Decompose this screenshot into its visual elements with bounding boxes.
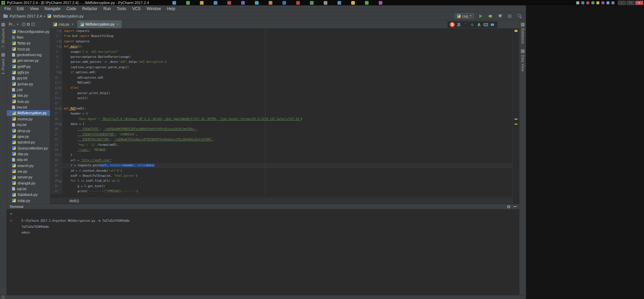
code-line[interactable]: 10 md5=options.md5 — [50, 75, 513, 80]
editor-gutter[interactable]: 24 — [50, 147, 62, 153]
hide-panel-icon[interactable] — [514, 206, 517, 207]
code-line[interactable]: 19− data = { — [50, 122, 513, 127]
active-window-title[interactable]: PyCharm 2017.2.4 - [E:\PyCharm 2017.2.4]… — [7, 1, 149, 5]
fold-minus-icon[interactable]: − — [59, 87, 61, 89]
fold-marker[interactable] — [58, 97, 62, 99]
project-view-selector[interactable]: Pr... — [9, 22, 15, 26]
project-file-row[interactable]: sql.txt — [7, 186, 50, 191]
editor-gutter[interactable]: 9− — [50, 70, 62, 75]
project-file-row[interactable]: low.txt — [7, 104, 50, 110]
tray-icon[interactable] — [581, 1, 584, 4]
profiler-button[interactable] — [507, 13, 513, 19]
fold-minus-icon[interactable]: − — [59, 40, 61, 43]
taskbar-app-icon[interactable] — [227, 1, 231, 5]
editor-gutter[interactable]: 14 — [50, 96, 62, 101]
project-file-row[interactable]: ipchax.py — [7, 81, 50, 87]
fold-minus-icon[interactable]: − — [59, 45, 61, 48]
tray-icon[interactable] — [611, 1, 614, 4]
code-text[interactable]: parser=optparse.OptionParser(usage) — [62, 54, 513, 59]
editor-gutter[interactable]: 7 — [50, 59, 62, 65]
tool-strip-button[interactable]: Database — [520, 20, 526, 47]
close-button[interactable]: × — [635, 1, 643, 5]
code-line[interactable]: 17 header = { — [50, 111, 513, 116]
tool-strip-button[interactable]: 1: Project — [0, 50, 6, 77]
editor-gutter[interactable]: 4− — [50, 44, 62, 49]
code-line[interactable]: 29 esdf = BeautifulSoup(sd, 'html.parser… — [50, 173, 513, 178]
code-line[interactable]: 7 parser.add_option('-m',dest='md5',help… — [50, 59, 513, 65]
code-line[interactable]: 6 parser=optparse.OptionParser(usage) — [50, 54, 513, 59]
tool-strip-button[interactable]: Data View — [520, 47, 526, 74]
code-text[interactable]: md5=options.md5 — [62, 75, 513, 80]
project-file-row[interactable]: kkk.py — [7, 93, 50, 98]
project-file-row[interactable]: Querycollection.py — [7, 145, 50, 151]
menu-item-tools[interactable]: Tools — [114, 5, 129, 12]
fold-marker[interactable]: − — [58, 71, 62, 74]
tray-icon[interactable] — [601, 1, 604, 4]
code-line[interactable]: 22 '__EVENTVALIDATION': '/wEWAwK75ZuyDwL… — [50, 137, 513, 142]
project-file-row[interactable]: qpw.py — [7, 133, 50, 139]
new-session-icon[interactable]: + — [10, 212, 12, 216]
close-session-icon[interactable]: × — [10, 219, 12, 223]
code-line[interactable]: 24 'jiemi': 'MD5解密' — [50, 147, 513, 153]
code-line[interactable]: 14 exit() — [50, 96, 513, 101]
run-button[interactable] — [478, 13, 484, 19]
sogou-logo-icon[interactable]: S — [450, 22, 455, 27]
code-line[interactable]: 18 'User-Agent': 'Mozilla/5.0 (Windows N… — [50, 117, 513, 122]
taskbar-app-icon[interactable] — [186, 1, 190, 5]
code-text[interactable]: '__VIEWSTATE': '/wEPDwUKMTM4NTE3OTkzOWRk… — [62, 127, 513, 132]
editor-gutter[interactable]: 28 — [50, 168, 62, 173]
code-text[interactable]: usage="[-m md5 decryption]" — [62, 49, 513, 54]
editor-gutter[interactable]: 26 — [50, 158, 62, 163]
code-text[interactable]: '__VIEWSTATEGENERATOR': 'CA0B0334', — [62, 132, 513, 137]
taskbar-app-icon[interactable] — [379, 1, 382, 5]
project-file-row[interactable]: Sqlattack.py — [7, 192, 50, 198]
taskbar-app-icon[interactable] — [351, 1, 355, 5]
tray-icon[interactable] — [576, 1, 579, 4]
code-line[interactable]: 13 parser.print_help() — [50, 91, 513, 96]
editor-gutter[interactable]: 29 — [50, 173, 62, 178]
code-line[interactable]: 8 (options,args)=parser.parse_args() — [50, 65, 513, 70]
editor-gutter[interactable]: 12− — [50, 85, 62, 90]
start-button[interactable] — [1, 1, 5, 5]
fold-minus-icon[interactable]: − — [59, 30, 61, 32]
search-everywhere-button[interactable] — [517, 13, 523, 19]
taskbar-app-icon[interactable] — [255, 1, 259, 5]
code-line[interactable]: 23 'key': '{}'.format(md5), — [50, 142, 513, 147]
maximize-button[interactable]: □ — [627, 1, 635, 5]
code-text[interactable]: sd = r.content.decode('utf-8') — [62, 168, 513, 173]
fold-marker[interactable]: − — [58, 123, 62, 125]
editor-gutter[interactable]: 18 — [50, 117, 62, 122]
settings-gear-icon[interactable] — [27, 23, 30, 26]
project-file-row[interactable]: shangdi.py — [7, 180, 50, 186]
code-text[interactable]: url = "http://pmd5.com/" — [62, 158, 513, 163]
editor-gutter[interactable]: 31 — [50, 184, 62, 189]
code-line[interactable]: 5 usage="[-m md5 decryption]" — [50, 49, 513, 54]
breadcrumb-file[interactable]: Md5decryption.py — [53, 14, 84, 18]
editor-tab[interactable]: Md5decryption.py× — [77, 20, 122, 28]
code-text[interactable]: import optparse — [62, 39, 513, 44]
run-config-selector[interactable]: csq — [454, 13, 474, 19]
project-file-row[interactable]: search.py — [7, 163, 50, 168]
menu-item-vcs[interactable]: VCS — [129, 5, 144, 12]
project-file-row[interactable]: fzszr.py — [7, 46, 50, 52]
project-file-row[interactable]: sbp.py — [7, 151, 50, 157]
code-text[interactable]: 'jiemi': 'MD5解密' — [62, 147, 513, 153]
taskbar-app-icon[interactable] — [296, 1, 300, 5]
toolbox-icon[interactable] — [490, 22, 495, 27]
close-tab-icon[interactable]: × — [117, 23, 119, 26]
project-file-row[interactable]: Md5decryption.py — [7, 110, 50, 116]
collapse-all-icon[interactable]: − — [32, 23, 35, 26]
toolwindow-switcher-icon[interactable] — [2, 296, 5, 299]
code-line[interactable]: 32 print('--------[*]PMD5接口--------') — [50, 189, 513, 194]
code-text[interactable]: 'key': '{}'.format(md5), — [62, 142, 513, 147]
code-text[interactable]: print('--------[*]PMD5接口--------') — [62, 189, 513, 194]
menu-item-window[interactable]: Window — [144, 5, 164, 12]
punctuation-icon[interactable]: ’ — [463, 22, 468, 27]
breadcrumb-project[interactable]: PyCharm 2017.2.4 — [10, 14, 42, 18]
code-line[interactable]: 11 Md5(md5) — [50, 80, 513, 85]
menu-item-run[interactable]: Run — [100, 5, 114, 12]
code-text[interactable]: Md5(md5) — [62, 80, 513, 85]
code-text[interactable]: 'User-Agent': 'Mozilla/5.0 (Windows NT 6… — [62, 117, 513, 122]
project-file-row[interactable]: j.txt — [7, 87, 50, 92]
editor-gutter[interactable]: 6 — [50, 54, 62, 59]
